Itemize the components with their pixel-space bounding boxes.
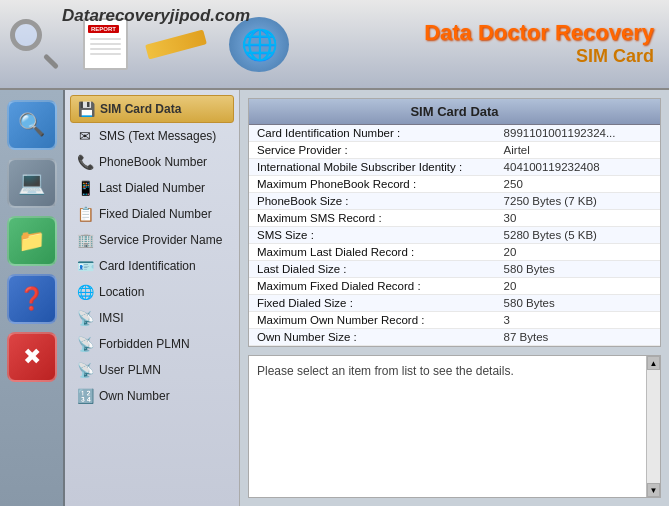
close-button[interactable]: ✖ — [7, 332, 57, 382]
user-plmn-icon: 📡 — [76, 361, 94, 379]
folder-icon: 📁 — [18, 228, 45, 254]
nav-label-location: Location — [99, 285, 144, 299]
imsi-icon: 📡 — [76, 309, 94, 327]
table-row: Maximum Fixed Dialed Record : 20 — [249, 278, 660, 295]
search-icon: 🔍 — [18, 112, 45, 138]
main-content: 🔍 💻 📁 ❓ ✖ 💾 SIM Card Data ✉ SMS (Text Me… — [0, 90, 669, 506]
location-icon: 🌐 — [76, 283, 94, 301]
nav-label-last-dialed: Last Dialed Number — [99, 181, 205, 195]
magnifier-icon — [10, 19, 60, 69]
nav-item-sim-card-data[interactable]: 💾 SIM Card Data — [70, 95, 234, 123]
table-row: Last Dialed Size : 580 Bytes — [249, 261, 660, 278]
last-dialed-icon: 📱 — [76, 179, 94, 197]
table-cell-value: 7250 Bytes (7 KB) — [496, 193, 660, 210]
detail-placeholder: Please select an item from list to see t… — [257, 364, 514, 378]
table-cell-label: Own Number Size : — [249, 329, 496, 346]
table-cell-value: 20 — [496, 278, 660, 295]
scrollbar-track — [647, 370, 660, 483]
nav-label-imsi: IMSI — [99, 311, 124, 325]
table-cell-value: 30 — [496, 210, 660, 227]
help-icon: ❓ — [18, 286, 45, 312]
nav-item-imsi[interactable]: 📡 IMSI — [70, 305, 234, 331]
table-row: Maximum Last Dialed Record : 20 — [249, 244, 660, 261]
table-cell-value: 580 Bytes — [496, 261, 660, 278]
help-button[interactable]: ❓ — [7, 274, 57, 324]
table-cell-value: 5280 Bytes (5 KB) — [496, 227, 660, 244]
table-row: International Mobile Subscriber Identity… — [249, 159, 660, 176]
sim-data-table: SIM Card Data Card Identification Number… — [249, 99, 660, 346]
table-cell-label: SMS Size : — [249, 227, 496, 244]
table-row: Maximum Own Number Record : 3 — [249, 312, 660, 329]
table-cell-label: International Mobile Subscriber Identity… — [249, 159, 496, 176]
table-cell-value: 87 Bytes — [496, 329, 660, 346]
nav-label-sms: SMS (Text Messages) — [99, 129, 216, 143]
search-button[interactable]: 🔍 — [7, 100, 57, 150]
nav-label-forbidden-plmn: Forbidden PLMN — [99, 337, 190, 351]
sim-card-icon: 💾 — [77, 100, 95, 118]
computer-icon: 💻 — [18, 170, 45, 196]
table-row: Service Provider : Airtel — [249, 142, 660, 159]
table-cell-label: Last Dialed Size : — [249, 261, 496, 278]
nav-item-card-id[interactable]: 🪪 Card Identification — [70, 253, 234, 279]
nav-item-own-number[interactable]: 🔢 Own Number — [70, 383, 234, 409]
card-id-icon: 🪪 — [76, 257, 94, 275]
table-row: Maximum PhoneBook Record : 250 — [249, 176, 660, 193]
nav-label-service-provider: Service Provider Name — [99, 233, 222, 247]
header: 🌐 Datarecoveryjipod.com Data Doctor Reco… — [0, 0, 669, 90]
service-provider-icon: 🏢 — [76, 231, 94, 249]
table-cell-label: Maximum SMS Record : — [249, 210, 496, 227]
computer-button[interactable]: 💻 — [7, 158, 57, 208]
table-cell-value: 3 — [496, 312, 660, 329]
nav-item-user-plmn[interactable]: 📡 User PLMN — [70, 357, 234, 383]
nav-item-fixed-dialed[interactable]: 📋 Fixed Dialed Number — [70, 201, 234, 227]
right-content: SIM Card Data Card Identification Number… — [240, 90, 669, 506]
table-cell-label: Maximum PhoneBook Record : — [249, 176, 496, 193]
table-row: Maximum SMS Record : 30 — [249, 210, 660, 227]
nav-label-phonebook: PhoneBook Number — [99, 155, 207, 169]
table-row: Fixed Dialed Size : 580 Bytes — [249, 295, 660, 312]
header-url: Datarecoveryjipod.com — [62, 6, 250, 26]
own-number-icon: 🔢 — [76, 387, 94, 405]
fixed-dialed-icon: 📋 — [76, 205, 94, 223]
folder-button[interactable]: 📁 — [7, 216, 57, 266]
pencil-icon — [145, 29, 207, 59]
app-title-line2: SIM Card — [424, 46, 654, 67]
nav-item-phonebook[interactable]: 📞 PhoneBook Number — [70, 149, 234, 175]
nav-label-user-plmn: User PLMN — [99, 363, 161, 377]
table-cell-value: 404100119232408 — [496, 159, 660, 176]
nav-item-service-provider[interactable]: 🏢 Service Provider Name — [70, 227, 234, 253]
nav-label-own-number: Own Number — [99, 389, 170, 403]
phonebook-icon: 📞 — [76, 153, 94, 171]
scroll-up-arrow[interactable]: ▲ — [647, 356, 660, 370]
table-cell-label: Maximum Last Dialed Record : — [249, 244, 496, 261]
sms-icon: ✉ — [76, 127, 94, 145]
table-row: Card Identification Number : 89911010011… — [249, 125, 660, 142]
scrollbar[interactable]: ▲ ▼ — [646, 356, 660, 497]
table-cell-value: 20 — [496, 244, 660, 261]
nav-label-card-id: Card Identification — [99, 259, 196, 273]
table-cell-value: 250 — [496, 176, 660, 193]
scroll-down-arrow[interactable]: ▼ — [647, 483, 660, 497]
table-cell-label: Maximum Own Number Record : — [249, 312, 496, 329]
nav-item-last-dialed[interactable]: 📱 Last Dialed Number — [70, 175, 234, 201]
table-cell-label: Fixed Dialed Size : — [249, 295, 496, 312]
table-cell-label: Service Provider : — [249, 142, 496, 159]
sim-data-table-container: SIM Card Data Card Identification Number… — [248, 98, 661, 347]
left-sidebar: 🔍 💻 📁 ❓ ✖ — [0, 90, 65, 506]
nav-item-forbidden-plmn[interactable]: 📡 Forbidden PLMN — [70, 331, 234, 357]
nav-item-sms[interactable]: ✉ SMS (Text Messages) — [70, 123, 234, 149]
table-cell-label: Card Identification Number : — [249, 125, 496, 142]
table-cell-label: Maximum Fixed Dialed Record : — [249, 278, 496, 295]
left-nav: 💾 SIM Card Data ✉ SMS (Text Messages) 📞 … — [65, 90, 240, 506]
table-title: SIM Card Data — [249, 99, 660, 125]
table-row: PhoneBook Size : 7250 Bytes (7 KB) — [249, 193, 660, 210]
table-row: Own Number Size : 87 Bytes — [249, 329, 660, 346]
nav-item-location[interactable]: 🌐 Location — [70, 279, 234, 305]
table-cell-value: Airtel — [496, 142, 660, 159]
table-cell-value: 8991101001192324... — [496, 125, 660, 142]
nav-label-sim-card-data: SIM Card Data — [100, 102, 181, 116]
app-title: Data Doctor Recovery SIM Card — [424, 20, 654, 67]
detail-area: Please select an item from list to see t… — [248, 355, 661, 498]
app-title-line1: Data Doctor Recovery — [424, 20, 654, 46]
forbidden-plmn-icon: 📡 — [76, 335, 94, 353]
